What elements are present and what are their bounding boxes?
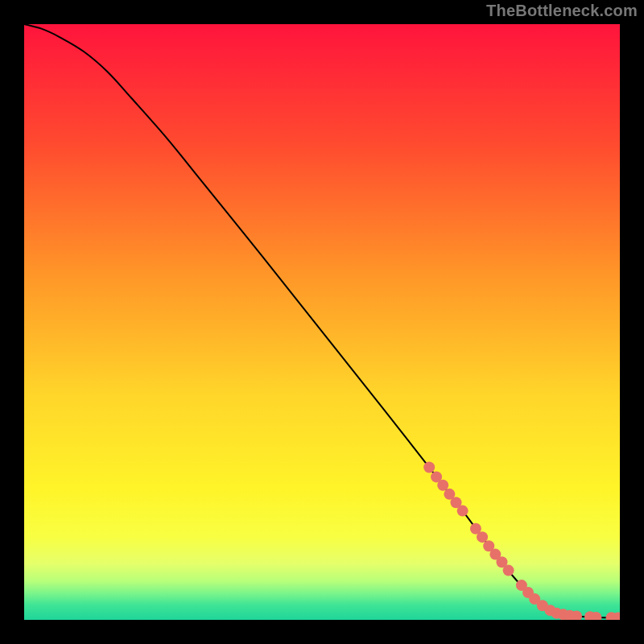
- chart-svg: [24, 24, 620, 620]
- watermark-text: TheBottleneck.com: [486, 2, 638, 20]
- gradient-rect: [24, 24, 620, 620]
- chart-frame: TheBottleneck.com: [0, 0, 644, 644]
- plot-area: [24, 24, 620, 620]
- data-marker: [503, 565, 514, 576]
- data-marker: [423, 462, 435, 473]
- data-marker: [457, 506, 469, 517]
